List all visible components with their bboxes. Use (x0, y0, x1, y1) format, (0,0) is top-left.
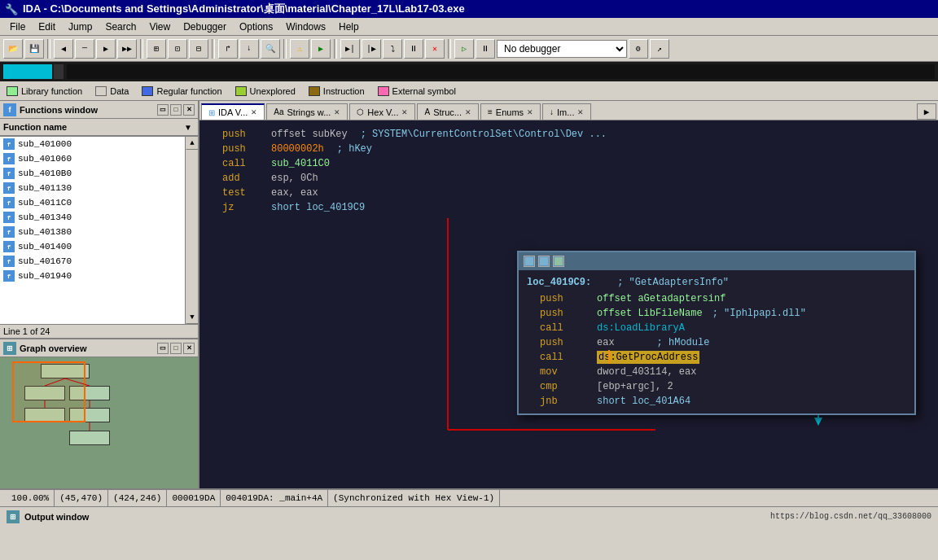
code-line-5: test eax, eax (209, 186, 928, 200)
func-icon: f (3, 270, 15, 282)
toolbar-step-btn[interactable]: ▶| (340, 39, 360, 59)
menu-view[interactable]: View (142, 20, 177, 34)
list-item[interactable]: f sub_401000 (0, 137, 185, 151)
list-item[interactable]: f sub_401400 (0, 239, 185, 254)
menu-help[interactable]: Help (332, 20, 366, 34)
list-item[interactable]: f sub_401340 (0, 210, 185, 225)
float-disasm-window[interactable]: loc_4019C9: ; "GetAdaptersInfo" push off… (517, 251, 916, 415)
status-coords2: (424,246) (108, 490, 167, 506)
debugger-select[interactable]: No debugger (497, 40, 627, 58)
graph-maximize-btn[interactable]: □ (170, 343, 182, 354)
float-comment-4: ; hModule (657, 337, 710, 348)
tab-enums-icon: ≡ (488, 107, 493, 116)
menu-edit[interactable]: Edit (32, 20, 62, 34)
toolbar-back-btn[interactable]: ◀ (54, 39, 73, 59)
toolbar-btn4[interactable]: ⊡ (168, 39, 187, 59)
legend-unexplored-label: Unexplored (250, 86, 296, 96)
list-item[interactable]: f sub_4011C0 (0, 195, 185, 210)
toolbar-save-btn[interactable]: 💾 (24, 39, 44, 59)
scroll-track (186, 150, 198, 311)
toolbar-extra2-btn[interactable]: ↗ (650, 39, 669, 59)
scroll-up-btn[interactable]: ▲ (186, 137, 198, 150)
toolbar-run-btn[interactable]: ▶ (311, 39, 331, 59)
toolbar-down-btn[interactable]: ↓ (239, 39, 259, 59)
panel-restore-btn[interactable]: ▭ (157, 104, 169, 116)
list-item[interactable]: f sub_401380 (0, 225, 185, 239)
panel-controls: ▭ □ ✕ (157, 104, 195, 116)
toolbar-nav-btn[interactable]: ─ (75, 39, 94, 59)
line-info-text: Line 1 of 24 (3, 326, 50, 336)
toolbar-open-btn[interactable]: 📂 (3, 39, 23, 59)
tab-struc[interactable]: A Struc... ✕ (417, 103, 479, 120)
menu-jump[interactable]: Jump (62, 20, 99, 34)
toolbar-fwd-btn[interactable]: ▶ (96, 39, 116, 59)
tab-struc-close[interactable]: ✕ (465, 108, 471, 116)
title-text: IDA - C:\Documents and Settings\Administ… (23, 2, 465, 16)
float-operand-6: dword_403114, eax (597, 366, 696, 378)
toolbar-search-btn[interactable]: 🔍 (261, 39, 280, 59)
functions-scrollbar[interactable]: ▲ ▼ (185, 137, 198, 324)
sort-icon[interactable]: ▼ (182, 120, 195, 133)
toolbar-step2-btn[interactable]: |▶ (362, 39, 381, 59)
func-icon: f (3, 241, 15, 252)
menu-windows[interactable]: Windows (279, 20, 332, 34)
menu-file[interactable]: File (3, 20, 32, 34)
tab-strings-close[interactable]: ✕ (334, 108, 340, 116)
panel-close-btn[interactable]: ✕ (183, 104, 195, 116)
toolbar-pause-btn[interactable]: ⏸ (404, 39, 423, 59)
legend-instruction-label: Instruction (323, 86, 365, 96)
tab-enums-close[interactable]: ✕ (527, 108, 533, 116)
graph-view[interactable] (0, 357, 198, 488)
tab-strings[interactable]: Aa Strings w... ✕ (266, 103, 348, 120)
toolbar-warn-btn[interactable]: ⚠ (290, 39, 309, 59)
tab-hex[interactable]: ⬡ Hex V... ✕ (349, 103, 415, 120)
graph-close-btn[interactable]: ✕ (183, 343, 195, 354)
list-item[interactable]: f sub_401940 (0, 269, 185, 283)
toolbar-sep2 (140, 39, 143, 59)
func-icon: f (3, 197, 15, 208)
scroll-down-btn[interactable]: ▼ (186, 311, 198, 324)
func-icon: f (3, 212, 15, 223)
toolbar-extra1-btn[interactable]: ⚙ (629, 39, 648, 59)
float-mnemonic-5: call (540, 352, 597, 363)
graph-panel-header: ⊞ Graph overview ▭ □ ✕ (0, 339, 198, 357)
toolbar-fwd2-btn[interactable]: ▶▶ (117, 39, 137, 59)
status-zoom-text: 100.00% (11, 493, 49, 503)
legend-library-label: Library function (21, 86, 82, 96)
float-mnemonic-8: jnb (540, 396, 597, 407)
toolbar-run2-btn[interactable]: ⤵ (383, 39, 402, 59)
tab-ida-close[interactable]: ✕ (251, 108, 257, 116)
code-area[interactable]: push offset subKey ; SYSTEM\CurrentContr… (199, 120, 938, 488)
output-icon: ⊞ (7, 510, 20, 523)
list-item[interactable]: f sub_401060 (0, 151, 185, 166)
toolbar-btn5[interactable]: ⊟ (189, 39, 208, 59)
panel-maximize-btn[interactable]: □ (170, 104, 182, 116)
toolbar-sep4 (283, 39, 287, 59)
status-sync-text: (Synchronized with Hex View-1) (333, 493, 494, 503)
code-mnemonic-1: push (222, 129, 271, 140)
tab-overflow-btn[interactable]: ▶ (917, 103, 936, 120)
menu-options[interactable]: Options (233, 20, 279, 34)
tab-ida-view[interactable]: ⊞ IDA V... ✕ (201, 103, 265, 120)
toolbar-jump-btn[interactable]: ↱ (218, 39, 238, 59)
graph-restore-btn[interactable]: ▭ (157, 343, 169, 354)
tab-imports-close[interactable]: ✕ (577, 108, 584, 116)
func-name: sub_401380 (18, 227, 72, 237)
list-item[interactable]: f sub_4010B0 (0, 166, 185, 181)
tab-hex-close[interactable]: ✕ (401, 108, 408, 116)
tab-imports[interactable]: ↓ Im... ✕ (542, 103, 591, 120)
toolbar-sep5 (334, 39, 337, 59)
list-item[interactable]: f sub_401670 (0, 254, 185, 269)
float-mnemonic-7: cmp (540, 381, 597, 392)
toolbar-pause2-btn[interactable]: ⏸ (476, 39, 495, 59)
float-mnemonic-2: push (540, 308, 597, 319)
toolbar-btn3[interactable]: ⊞ (147, 39, 166, 59)
toolbar-play-btn[interactable]: ▷ (454, 39, 474, 59)
toolbar-stop-btn[interactable]: ✕ (425, 39, 445, 59)
menu-bar: File Edit Jump Search View Debugger Opti… (0, 18, 938, 36)
tab-enums[interactable]: ≡ Enums ✕ (480, 103, 541, 120)
menu-search[interactable]: Search (99, 20, 142, 34)
menu-debugger[interactable]: Debugger (177, 20, 233, 34)
list-item[interactable]: f sub_401130 (0, 181, 185, 195)
float-line-7: cmp [ebp+argc], 2 (527, 379, 906, 394)
